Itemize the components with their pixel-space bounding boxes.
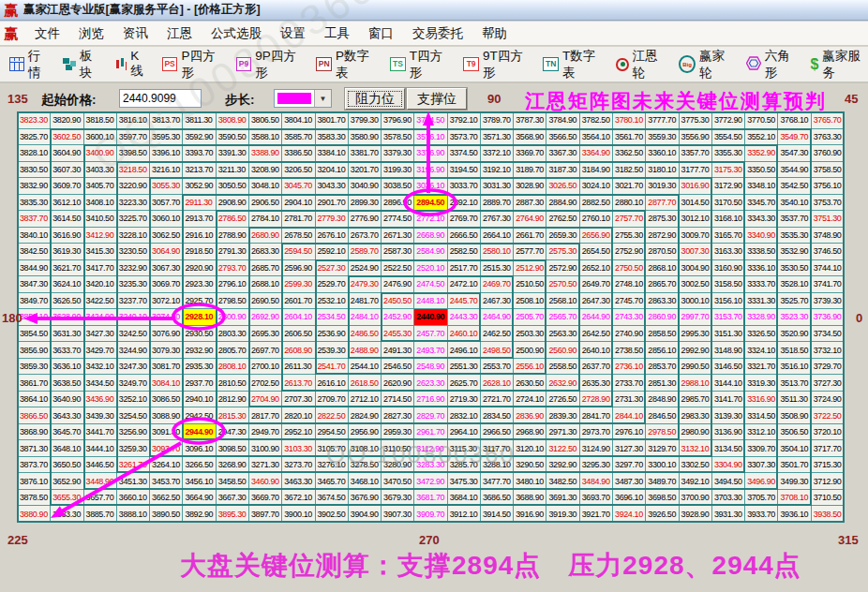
matrix-cell[interactable]: 3249.70 [117,375,150,392]
matrix-cell[interactable]: 3165.70 [712,228,745,244]
matrix-cell[interactable]: 3933.70 [745,506,778,523]
matrix-cell[interactable]: 3350.50 [745,162,778,179]
matrix-cell[interactable]: 2448.10 [414,293,447,310]
matrix-cell[interactable]: 3024.10 [580,178,613,195]
matrix-cell[interactable]: 2980.90 [680,424,712,441]
matrix-cell[interactable]: 2973.70 [580,424,613,441]
matrix-cell[interactable]: 3890.50 [150,506,183,523]
matrix-cell[interactable]: 3936.10 [778,506,811,523]
matrix-cell[interactable]: 3724.90 [812,392,845,408]
matrix-cell[interactable]: 3340.90 [745,228,778,244]
matrix-cell[interactable]: 3612.10 [51,195,83,212]
matrix-cell[interactable]: 2505.70 [514,309,546,326]
matrix-cell[interactable]: 2889.70 [481,195,514,212]
matrix-cell[interactable]: 3804.10 [282,112,315,129]
matrix-cell[interactable]: 3007.30 [680,244,712,260]
menu-item-浏览[interactable]: 浏览 [69,23,113,43]
matrix-cell[interactable]: 3573.70 [448,129,481,146]
matrix-cell[interactable]: 3264.10 [150,457,183,474]
matrix-cell[interactable]: 2961.70 [414,424,447,441]
matrix-cell[interactable]: 3895.30 [217,506,249,523]
matrix-cell[interactable]: 2932.90 [183,342,216,359]
matrix-cell[interactable]: 3381.70 [349,145,382,162]
matrix-cell[interactable]: 3511.30 [778,392,811,408]
matrix-cell[interactable]: 2887.30 [514,195,546,212]
matrix-cell[interactable]: 3364.90 [580,145,613,162]
matrix-cell[interactable]: 2752.90 [613,244,646,260]
matrix-cell[interactable]: 2892.10 [448,195,481,212]
matrix-cell[interactable]: 2683.30 [249,244,282,260]
matrix-cell[interactable]: 3782.50 [580,112,613,129]
matrix-cell[interactable]: 3693.70 [580,490,613,507]
matrix-cell[interactable]: 3561.70 [613,129,646,146]
matrix-cell[interactable]: 3734.50 [812,326,845,343]
matrix-cell[interactable]: 3861.70 [18,375,51,392]
matrix-cell[interactable]: 3880.90 [18,506,51,523]
matrix-cell[interactable]: 2500.90 [514,342,546,359]
matrix-cell[interactable]: 3316.90 [745,392,778,408]
matrix-cell[interactable]: 3619.30 [51,244,83,260]
matrix-cell[interactable]: 3765.70 [812,112,845,129]
matrix-cell[interactable]: 3012.10 [680,211,712,228]
matrix-cell[interactable]: 3544.90 [778,162,811,179]
matrix-cell[interactable]: 2880.10 [613,195,646,212]
toolbar-button-P四方形[interactable]: PSP四方形 [162,48,224,81]
matrix-cell[interactable]: 2568.10 [546,293,579,310]
matrix-cell[interactable]: 2731.30 [613,392,646,408]
menu-item-工具[interactable]: 工具 [315,23,359,43]
matrix-cell[interactable]: 3163.30 [712,244,745,260]
matrix-cell[interactable]: 3477.70 [481,473,514,490]
matrix-cell[interactable]: 3492.10 [680,473,712,490]
matrix-cell[interactable]: 3141.70 [712,392,745,408]
matrix-cell[interactable]: 3904.90 [349,506,382,523]
matrix-cell[interactable]: 2469.70 [481,276,514,293]
matrix-cell[interactable]: 2875.30 [646,211,679,228]
matrix-cell[interactable]: 3321.70 [745,359,778,376]
matrix-cell[interactable]: 2856.10 [646,342,679,359]
matrix-cell[interactable]: 2467.30 [481,293,514,310]
matrix-cell[interactable]: 2630.50 [514,375,546,392]
matrix-cell[interactable]: 2580.10 [481,244,514,260]
matrix-cell[interactable]: 3086.50 [150,392,183,408]
matrix-cell[interactable]: 3352.90 [745,145,778,162]
matrix-cell[interactable]: 2704.90 [249,392,282,408]
matrix-cell[interactable]: 2462.50 [481,326,514,343]
matrix-cell[interactable]: 2992.90 [680,342,712,359]
matrix-cell[interactable]: 2613.70 [282,375,315,392]
matrix-cell[interactable]: 3847.30 [18,276,51,293]
matrix-cell[interactable]: 3876.10 [18,473,51,490]
matrix-cell[interactable]: 3240.10 [117,309,150,326]
matrix-cell[interactable]: 2774.50 [382,211,414,228]
matrix-cell[interactable]: 3900.10 [282,506,315,523]
matrix-cell[interactable]: 3172.90 [712,178,745,195]
matrix-cell[interactable]: 2606.50 [282,326,315,343]
matrix-cell[interactable]: 2868.10 [646,260,679,277]
matrix-cell[interactable]: 3189.70 [514,162,546,179]
matrix-cell[interactable]: 2452.90 [382,309,414,326]
toolbar-button-9P四方形[interactable]: P99P四方形 [236,48,305,81]
menu-item-帮助[interactable]: 帮助 [472,23,516,43]
matrix-cell[interactable]: 3909.70 [414,506,447,523]
matrix-cell[interactable]: 2882.50 [580,195,613,212]
matrix-cell[interactable]: 3026.50 [546,178,579,195]
matrix-cell[interactable]: 2620.90 [382,375,414,392]
matrix-cell[interactable]: 3924.10 [613,506,646,523]
matrix-cell[interactable]: 2712.10 [349,392,382,408]
matrix-cell[interactable]: 2599.30 [282,276,315,293]
matrix-cell[interactable]: 2474.50 [414,276,447,293]
matrix-cell[interactable]: 3907.30 [382,506,414,523]
matrix-cell[interactable]: 3297.70 [613,457,646,474]
matrix-cell[interactable]: 2738.50 [613,342,646,359]
matrix-cell[interactable]: 3403.30 [84,162,117,179]
matrix-cell[interactable]: 3204.10 [316,162,349,179]
matrix-cell[interactable]: 2851.30 [646,375,679,392]
matrix-cell[interactable]: 2714.50 [382,392,414,408]
matrix-cell[interactable]: 3288.10 [481,457,514,474]
matrix-cell[interactable]: 3756.10 [812,178,845,195]
step-color-combobox[interactable]: ▼ [274,89,332,108]
matrix-cell[interactable]: 2805.70 [217,342,249,359]
matrix-cell[interactable]: 3631.30 [51,326,83,343]
matrix-cell[interactable]: 3108.10 [349,440,382,457]
matrix-cell[interactable]: 3720.10 [812,424,845,441]
matrix-cell[interactable]: 3554.50 [712,129,745,146]
